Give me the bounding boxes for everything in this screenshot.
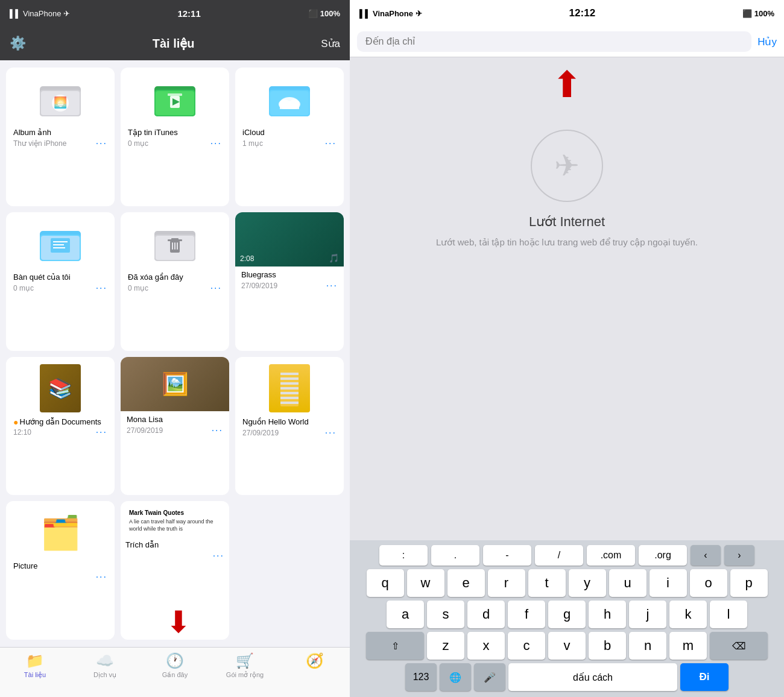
item-icon	[128, 219, 222, 268]
store-tab-icon: 🛒	[236, 652, 254, 669]
more-dots[interactable]: ···	[212, 425, 223, 436]
gear-icon[interactable]: ⚙️	[10, 36, 26, 51]
url-input[interactable]	[357, 31, 751, 52]
slash-key[interactable]: /	[535, 545, 583, 566]
mic-key[interactable]: 🎤	[474, 663, 505, 691]
key-k[interactable]: k	[669, 601, 707, 628]
key-d[interactable]: d	[467, 601, 505, 628]
list-item[interactable]: 🌅 Album ảnh Thư viện iPhone ···	[6, 68, 115, 206]
edit-button[interactable]: Sửa	[321, 37, 340, 50]
dotcom-key[interactable]: .com	[587, 545, 635, 566]
list-item[interactable]: 🗂️ Picture ···	[6, 501, 115, 640]
item-sub: ···	[13, 572, 107, 582]
more-dots[interactable]: ···	[325, 427, 337, 438]
nav-bar: ⚙️ Tài liệu Sửa	[0, 27, 350, 60]
key-z[interactable]: z	[427, 632, 464, 660]
item-sub: 1 mục ···	[242, 138, 337, 149]
dash-key[interactable]: -	[483, 545, 531, 566]
number-key[interactable]: 123	[405, 663, 437, 691]
dotorg-key[interactable]: .org	[639, 545, 687, 566]
svg-text:🌅: 🌅	[54, 96, 68, 109]
period-key[interactable]: .	[431, 545, 479, 566]
more-dots[interactable]: ···	[96, 283, 107, 294]
tab-store-label: Gói mở rộng	[226, 671, 264, 679]
list-item[interactable]: iCloud 1 mục ···	[235, 68, 344, 206]
key-h[interactable]: h	[589, 601, 626, 628]
item-name: Đã xóa gần đây	[128, 273, 183, 282]
key-i[interactable]: i	[650, 569, 687, 597]
item-name: Trích dẫn	[125, 540, 159, 549]
key-r[interactable]: r	[488, 569, 525, 597]
more-dots[interactable]: ···	[326, 280, 338, 291]
key-s[interactable]: s	[427, 601, 464, 628]
tab-browser[interactable]: 🧭	[280, 652, 350, 669]
quote-preview: Mark Twain Quotes A lie can travel half …	[125, 506, 224, 536]
key-w[interactable]: w	[407, 569, 444, 597]
colon-key[interactable]: :	[379, 545, 428, 566]
forward-nav-key[interactable]: ›	[724, 545, 754, 566]
more-dots[interactable]: ···	[96, 572, 107, 582]
list-item[interactable]: Đã xóa gần đây 0 mục ···	[121, 212, 229, 351]
go-key[interactable]: Đi	[680, 663, 729, 691]
back-nav-key[interactable]: ‹	[691, 545, 721, 566]
space-key[interactable]: dấu cách	[508, 663, 677, 691]
svg-rect-17	[280, 104, 299, 109]
list-item[interactable]: 📚 ● Hướng dẫn Documents 12:10 ···	[6, 357, 115, 496]
delete-key[interactable]: ⌫	[710, 632, 768, 660]
list-item[interactable]: Mark Twain Quotes A lie can travel half …	[121, 501, 229, 640]
key-row-2: a s d f g h j k l	[350, 601, 784, 632]
more-dots[interactable]: ···	[96, 138, 107, 149]
key-o[interactable]: o	[690, 569, 727, 597]
list-item[interactable]: 🖼️ Mona Lisa 27/09/2019 ···	[121, 357, 229, 496]
key-f[interactable]: f	[508, 601, 545, 628]
browse-desc: Lướt web, tải tập tin hoặc lưu trang web…	[412, 236, 722, 248]
key-a[interactable]: a	[387, 601, 424, 628]
key-j[interactable]: j	[629, 601, 666, 628]
tab-documents[interactable]: 📁 Tài liệu	[0, 652, 70, 679]
key-c[interactable]: c	[508, 632, 545, 660]
key-x[interactable]: x	[467, 632, 505, 660]
key-m[interactable]: m	[669, 632, 707, 660]
file-grid: 🌅 Album ảnh Thư viện iPhone ···	[0, 60, 350, 647]
key-u[interactable]: u	[609, 569, 646, 597]
key-t[interactable]: t	[528, 569, 566, 597]
tab-recent-label: Gần đây	[162, 671, 188, 679]
item-icon	[242, 75, 337, 123]
key-y[interactable]: y	[569, 569, 606, 597]
services-tab-icon: ☁️	[96, 652, 114, 669]
cancel-button[interactable]: Hủy	[757, 36, 777, 48]
more-dots[interactable]: ···	[210, 138, 222, 149]
shift-key[interactable]: ⇧	[366, 632, 424, 660]
list-item[interactable]: Tập tin iTunes 0 mục ···	[121, 68, 229, 206]
list-item[interactable]: 2:08 🎵 Bluegrass 27/09/2019 ···	[235, 212, 344, 351]
key-v[interactable]: v	[548, 632, 586, 660]
item-name: Bluegrass	[241, 270, 338, 279]
svg-rect-30	[171, 238, 179, 240]
svg-rect-24	[53, 247, 65, 248]
item-icon: 🗂️	[13, 508, 107, 557]
key-e[interactable]: e	[447, 569, 485, 597]
item-icon: 2:08 🎵	[235, 212, 344, 266]
list-item[interactable]: Bàn quét của tôi 0 mục ···	[6, 212, 115, 351]
more-dots[interactable]: ···	[96, 427, 107, 438]
key-row-3: ⇧ z x c v b n m ⌫	[350, 632, 784, 663]
more-dots[interactable]: ···	[213, 550, 224, 561]
keyboard: : . - / .com .org ‹ › q w e r t y u i o …	[350, 540, 784, 697]
key-l[interactable]: l	[710, 601, 747, 628]
list-item[interactable]: Nguồn Hello World 27/09/2019 ···	[235, 357, 344, 496]
page-title: Tài liệu	[153, 36, 195, 51]
tab-services[interactable]: ☁️ Dịch vụ	[70, 652, 140, 679]
tab-recent[interactable]: 🕐 Gần đây	[140, 652, 210, 679]
right-signal: ▌▌ VinaPhone ✈	[359, 9, 422, 18]
key-n[interactable]: n	[629, 632, 666, 660]
key-p[interactable]: p	[730, 569, 768, 597]
globe-key[interactable]: 🌐	[440, 663, 471, 691]
more-dots[interactable]: ···	[325, 138, 337, 149]
item-name: Bàn quét của tôi	[13, 273, 71, 282]
key-b[interactable]: b	[589, 632, 626, 660]
item-name: ● Hướng dẫn Documents	[13, 417, 101, 427]
key-q[interactable]: q	[367, 569, 404, 597]
key-g[interactable]: g	[548, 601, 586, 628]
tab-store[interactable]: 🛒 Gói mở rộng	[210, 652, 280, 679]
more-dots[interactable]: ···	[210, 283, 222, 294]
